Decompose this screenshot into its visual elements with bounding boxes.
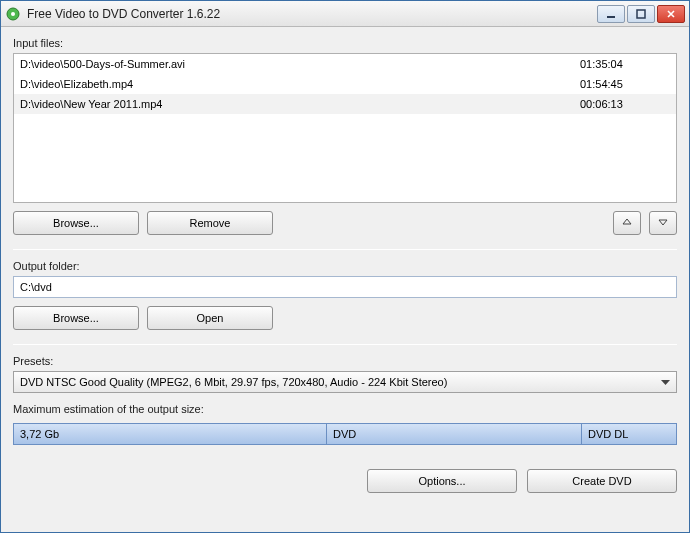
- size-segment-dvddl: DVD DL: [582, 424, 676, 444]
- window-controls: [597, 5, 685, 23]
- minimize-button[interactable]: [597, 5, 625, 23]
- presets-label: Presets:: [13, 355, 677, 367]
- input-files-label: Input files:: [13, 37, 677, 49]
- options-button[interactable]: Options...: [367, 469, 517, 493]
- svg-point-1: [11, 12, 15, 16]
- move-down-button[interactable]: [649, 211, 677, 235]
- input-buttons-row: Browse... Remove: [13, 211, 677, 235]
- window-title: Free Video to DVD Converter 1.6.22: [27, 7, 597, 21]
- preset-dropdown[interactable]: DVD NTSC Good Quality (MPEG2, 6 Mbit, 29…: [13, 371, 677, 393]
- browse-output-button[interactable]: Browse...: [13, 306, 139, 330]
- list-item[interactable]: D:\video\New Year 2011.mp4 00:06:13: [14, 94, 676, 114]
- preset-selected-value: DVD NTSC Good Quality (MPEG2, 6 Mbit, 29…: [20, 376, 447, 388]
- svg-rect-2: [607, 16, 615, 18]
- arrow-down-icon: [658, 217, 668, 229]
- file-path: D:\video\500-Days-of-Summer.avi: [20, 56, 580, 72]
- size-segment-size: 3,72 Gb: [14, 424, 327, 444]
- output-buttons-row: Browse... Open: [13, 306, 677, 330]
- app-icon: [5, 6, 21, 22]
- close-button[interactable]: [657, 5, 685, 23]
- move-up-button[interactable]: [613, 211, 641, 235]
- output-folder-label: Output folder:: [13, 260, 677, 272]
- divider: [13, 344, 677, 345]
- chevron-down-icon: [661, 376, 670, 388]
- open-button[interactable]: Open: [147, 306, 273, 330]
- app-window: Free Video to DVD Converter 1.6.22 Input…: [0, 0, 690, 533]
- remove-button[interactable]: Remove: [147, 211, 273, 235]
- create-dvd-button[interactable]: Create DVD: [527, 469, 677, 493]
- list-item[interactable]: D:\video\Elizabeth.mp4 01:54:45: [14, 74, 676, 94]
- browse-input-button[interactable]: Browse...: [13, 211, 139, 235]
- size-estimation-bar: 3,72 Gb DVD DVD DL: [13, 423, 677, 445]
- titlebar[interactable]: Free Video to DVD Converter 1.6.22: [1, 1, 689, 27]
- file-path: D:\video\Elizabeth.mp4: [20, 76, 580, 92]
- arrow-up-icon: [622, 217, 632, 229]
- file-duration: 01:35:04: [580, 56, 670, 72]
- file-duration: 01:54:45: [580, 76, 670, 92]
- max-estimation-label: Maximum estimation of the output size:: [13, 403, 677, 415]
- list-item[interactable]: D:\video\500-Days-of-Summer.avi 01:35:04: [14, 54, 676, 74]
- output-folder-input[interactable]: [13, 276, 677, 298]
- divider: [13, 249, 677, 250]
- maximize-button[interactable]: [627, 5, 655, 23]
- file-path: D:\video\New Year 2011.mp4: [20, 96, 580, 112]
- bottom-buttons-row: Options... Create DVD: [13, 469, 677, 493]
- input-files-list[interactable]: D:\video\500-Days-of-Summer.avi 01:35:04…: [13, 53, 677, 203]
- content-area: Input files: D:\video\500-Days-of-Summer…: [1, 27, 689, 532]
- svg-rect-3: [637, 10, 645, 18]
- size-segment-dvd: DVD: [327, 424, 582, 444]
- file-duration: 00:06:13: [580, 96, 670, 112]
